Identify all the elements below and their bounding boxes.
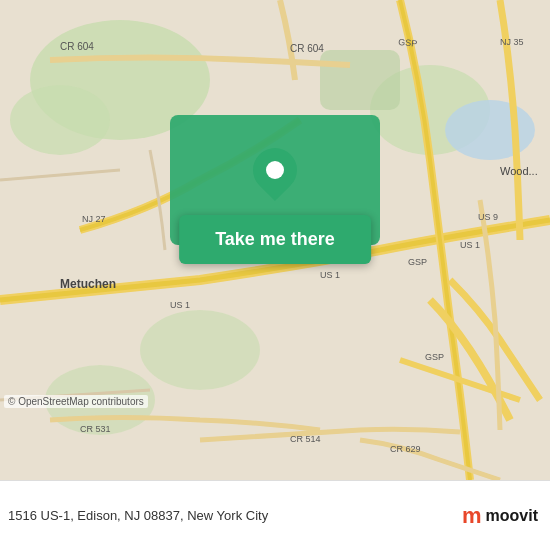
map-container: CR 604 CR 604 GSP GSP GSP NJ 35 NJ 27 US… — [0, 0, 550, 480]
moovit-letter: m — [462, 503, 482, 529]
svg-text:NJ 35: NJ 35 — [500, 37, 524, 47]
address-text: 1516 US-1, Edison, NJ 08837, New York Ci… — [8, 508, 462, 523]
svg-text:US 9: US 9 — [478, 212, 498, 222]
bottom-bar: 1516 US-1, Edison, NJ 08837, New York Ci… — [0, 480, 550, 550]
map-pin — [253, 148, 297, 192]
svg-text:GSP: GSP — [425, 352, 444, 362]
osm-attribution: © OpenStreetMap contributors — [4, 395, 148, 408]
svg-text:NJ 27: NJ 27 — [82, 214, 106, 224]
svg-text:US 1: US 1 — [170, 300, 190, 310]
svg-text:CR 514: CR 514 — [290, 434, 321, 444]
svg-rect-4 — [320, 50, 400, 110]
svg-text:CR 604: CR 604 — [290, 43, 324, 54]
svg-text:US 1: US 1 — [320, 270, 340, 280]
svg-text:US 1: US 1 — [460, 240, 480, 250]
attribution-text: © OpenStreetMap contributors — [8, 396, 144, 407]
svg-text:Wood...: Wood... — [500, 165, 538, 177]
svg-text:CR 604: CR 604 — [60, 41, 94, 52]
svg-text:GSP: GSP — [398, 37, 418, 49]
pin-icon — [244, 139, 306, 201]
moovit-logo: m moovit — [462, 503, 538, 529]
svg-point-7 — [445, 100, 535, 160]
moovit-name: moovit — [486, 507, 538, 525]
svg-point-5 — [140, 310, 260, 390]
svg-point-2 — [10, 85, 110, 155]
svg-text:Metuchen: Metuchen — [60, 277, 116, 291]
svg-text:CR 531: CR 531 — [80, 424, 111, 434]
take-me-there-button[interactable]: Take me there — [179, 215, 371, 264]
svg-text:GSP: GSP — [408, 257, 427, 267]
svg-text:CR 629: CR 629 — [390, 444, 421, 454]
